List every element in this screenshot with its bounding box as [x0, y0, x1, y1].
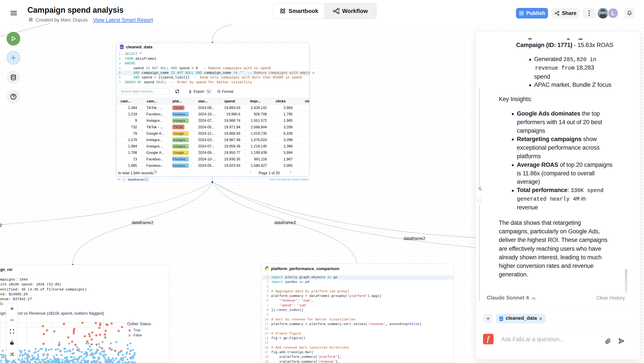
svg-text:SQL: SQL [500, 318, 503, 320]
svg-text:SQL: SQL [120, 46, 124, 48]
